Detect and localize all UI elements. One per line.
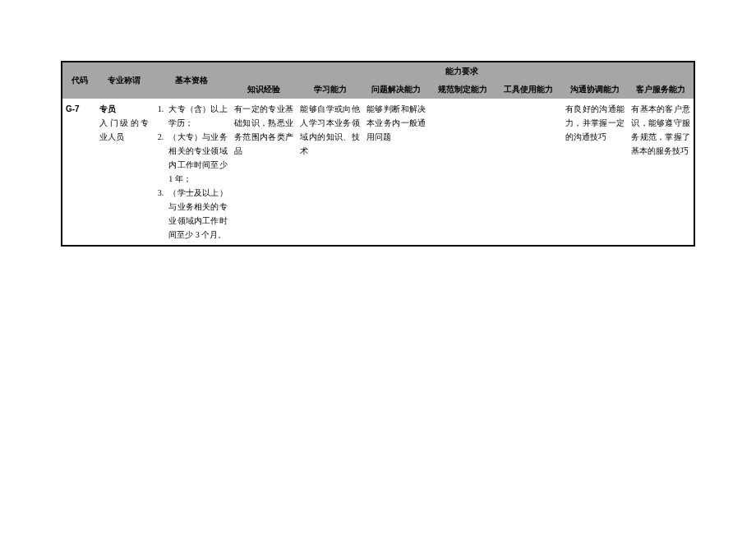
cell-qualification: 1. 大专（含）以上学历； 2. （大专）与业务相关的专业领域内工作时间至少 1… <box>152 99 230 246</box>
cell-communication: 有良好的沟通能力，并掌握一定的沟通技巧 <box>562 99 629 246</box>
cell-norm <box>429 99 496 246</box>
cell-tool <box>496 99 562 246</box>
table-row: G-7 专员 入门级的专业人员 1. 大专（含）以上学历； 2. （大专）与业务… <box>62 99 694 246</box>
qual-text: 大专（含）以上学历； <box>168 102 227 130</box>
header-learning: 学习能力 <box>297 81 363 99</box>
header-problem: 问题解决能力 <box>363 81 430 99</box>
cell-knowledge: 有一定的专业基础知识，熟悉业务范围内各类产品 <box>231 99 297 246</box>
header-norm: 规范制定能力 <box>429 81 496 99</box>
title-sub: 入门级的专业人员 <box>99 118 149 141</box>
header-knowledge: 知识经验 <box>231 81 297 99</box>
header-ability-group: 能力要求 <box>231 62 694 81</box>
header-tool: 工具使用能力 <box>496 81 562 99</box>
cell-problem: 能够判断和解决本业务内一般通用问题 <box>363 99 430 246</box>
qual-text: （大专）与业务相关的专业领域内工作时间至少 1 年； <box>168 130 227 186</box>
header-qualification: 基本资格 <box>152 62 230 99</box>
table-container: 代码 专业称谓 基本资格 能力要求 知识经验 学习能力 问题解决能力 规范制定能… <box>0 0 756 247</box>
cell-title: 专员 入门级的专业人员 <box>96 99 152 246</box>
qual-number: 2. <box>155 130 168 186</box>
header-title: 专业称谓 <box>96 62 152 99</box>
title-main: 专员 <box>99 102 149 116</box>
header-communication: 沟通协调能力 <box>562 81 629 99</box>
cell-learning: 能够自学或向他人学习本业务领域内的知识、技术 <box>297 99 363 246</box>
cell-code: G-7 <box>62 99 96 246</box>
cell-customer: 有基本的客户意识，能够遵守服务规范，掌握了基本的服务技巧 <box>628 99 694 246</box>
header-code: 代码 <box>62 62 96 99</box>
qual-number: 1. <box>155 102 168 130</box>
qual-number: 3. <box>155 186 168 242</box>
header-customer: 客户服务能力 <box>628 81 694 99</box>
capability-table: 代码 专业称谓 基本资格 能力要求 知识经验 学习能力 问题解决能力 规范制定能… <box>61 61 695 247</box>
qual-text: （学士及以上）与业务相关的专业领域内工作时间至少 3 个月。 <box>168 186 227 242</box>
